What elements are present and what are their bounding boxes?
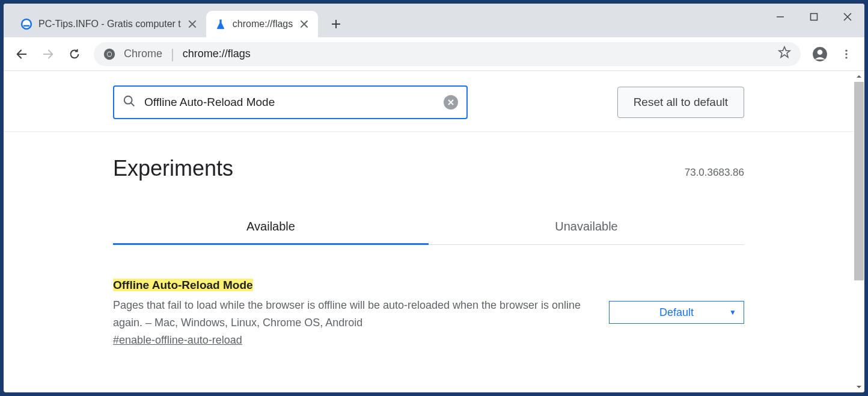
browser-tab-active[interactable]: chrome://flags — [206, 11, 318, 37]
flag-state-select[interactable]: Default ▼ — [609, 301, 744, 324]
reload-button[interactable] — [63, 42, 87, 66]
profile-button[interactable] — [808, 42, 832, 66]
maximize-button[interactable] — [797, 4, 831, 30]
chrome-icon — [103, 48, 115, 60]
vertical-scrollbar[interactable] — [854, 71, 864, 392]
chevron-down-icon: ▼ — [729, 308, 736, 317]
tab-unavailable[interactable]: Unavailable — [429, 210, 744, 245]
search-icon — [123, 94, 136, 111]
omnibox-url: chrome://flags — [183, 48, 251, 60]
minimize-button[interactable] — [763, 4, 797, 30]
content-area: Offline Auto-Reload Mode Reset all to de… — [4, 71, 864, 392]
flags-header: Offline Auto-Reload Mode Reset all to de… — [4, 71, 854, 132]
address-bar[interactable]: Chrome | chrome://flags — [94, 42, 801, 66]
flags-body: Experiments 73.0.3683.86 Available Unava… — [113, 132, 744, 359]
reset-all-button[interactable]: Reset all to default — [617, 87, 744, 118]
clear-search-icon[interactable] — [444, 95, 458, 110]
flag-item: Offline Auto-Reload Mode Pages that fail… — [113, 245, 744, 359]
flask-favicon-icon — [215, 18, 227, 30]
tab-strip: PC-Tips.INFO - Gratis computer t chrome:… — [4, 4, 864, 37]
flags-page: Offline Auto-Reload Mode Reset all to de… — [4, 71, 854, 392]
browser-toolbar: Chrome | chrome://flags — [4, 37, 864, 71]
window-controls — [763, 4, 864, 30]
svg-point-10 — [845, 53, 847, 55]
scroll-thumb[interactable] — [854, 82, 864, 280]
close-icon[interactable] — [187, 19, 198, 29]
svg-rect-2 — [23, 25, 29, 27]
search-value: Offline Auto-Reload Mode — [144, 96, 444, 109]
flags-tabs: Available Unavailable — [113, 210, 744, 245]
scroll-up-icon[interactable] — [854, 71, 864, 82]
globe-favicon-icon — [20, 18, 32, 30]
omnibox-separator: | — [171, 46, 174, 62]
new-tab-button[interactable] — [325, 13, 347, 35]
select-value: Default — [659, 306, 694, 319]
chrome-version: 73.0.3683.86 — [685, 167, 744, 179]
omnibox-prefix: Chrome — [124, 48, 162, 60]
svg-point-8 — [818, 49, 823, 55]
browser-tab-inactive[interactable]: PC-Tips.INFO - Gratis computer t — [12, 11, 206, 37]
tab-title: PC-Tips.INFO - Gratis computer t — [38, 19, 181, 29]
tab-title: chrome://flags — [233, 19, 293, 29]
forward-button[interactable] — [36, 42, 60, 66]
svg-point-6 — [108, 52, 112, 56]
menu-button[interactable] — [834, 42, 858, 66]
scroll-down-icon[interactable] — [854, 382, 864, 392]
browser-window: PC-Tips.INFO - Gratis computer t chrome:… — [4, 4, 864, 392]
svg-point-1 — [22, 20, 30, 28]
back-button[interactable] — [10, 42, 34, 66]
close-icon[interactable] — [299, 19, 310, 29]
svg-point-11 — [845, 57, 847, 58]
bookmark-star-icon[interactable] — [778, 46, 791, 62]
svg-rect-3 — [811, 14, 818, 20]
page-title: Experiments — [113, 156, 233, 181]
flag-hash-link[interactable]: #enable-offline-auto-reload — [113, 334, 242, 347]
tab-available[interactable]: Available — [113, 210, 429, 245]
flag-description: Pages that fail to load while the browse… — [113, 297, 591, 332]
close-window-button[interactable] — [831, 4, 864, 30]
svg-point-9 — [845, 49, 847, 51]
svg-point-12 — [124, 96, 132, 104]
flag-title: Offline Auto-Reload Mode — [113, 279, 253, 291]
flags-search-input[interactable]: Offline Auto-Reload Mode — [113, 85, 468, 119]
